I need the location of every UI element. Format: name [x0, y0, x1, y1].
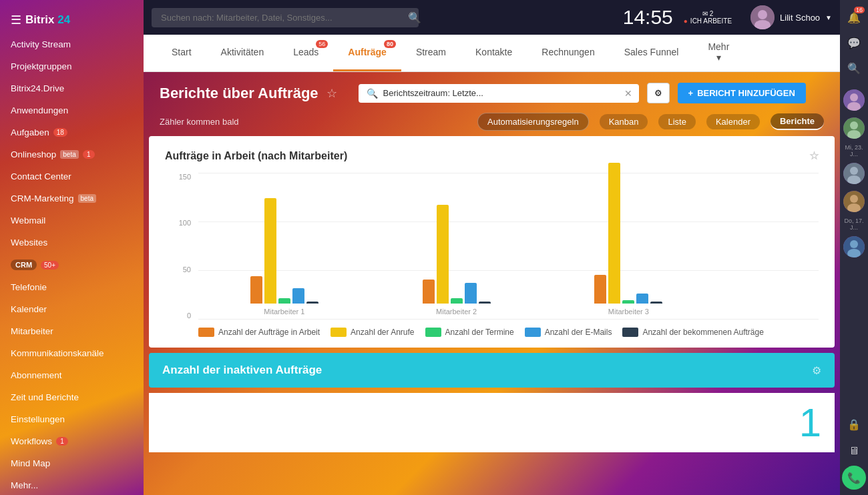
sidebar-item-crm[interactable]: CRM 50+: [0, 254, 144, 276]
sidebar-item-workflows[interactable]: Workflows 1: [0, 430, 144, 452]
sidebar-item-mindmap[interactable]: Mind Map: [0, 452, 144, 474]
avatar: [750, 5, 775, 29]
notifications-icon[interactable]: 🔔 16: [842, 5, 866, 29]
filter-close-icon[interactable]: ✕: [624, 88, 632, 99]
bar-navy-2: [479, 302, 491, 304]
sidebar-item-projektgruppen[interactable]: Projektgruppen: [0, 55, 144, 77]
tab-auftraege[interactable]: Aufträge 80: [333, 35, 401, 71]
tab-stream[interactable]: Stream: [401, 35, 461, 71]
sidebar-item-websites[interactable]: Websites: [0, 231, 144, 254]
tab-kontakte[interactable]: Kontakte: [461, 35, 527, 71]
chart-card: Aufträge in Arbeit (nach Mitarbeiter) ☆ …: [149, 136, 835, 348]
logo-bitrix: Bitrix 24: [25, 13, 70, 27]
tab-leads[interactable]: Leads 56: [278, 35, 333, 71]
sidebar-item-telefonie[interactable]: Telefonie: [0, 276, 144, 298]
sidebar-item-label: Mitarbeiter: [11, 326, 53, 336]
auto-rules-button[interactable]: Automatisierungsregeln: [477, 113, 589, 131]
chart-title: Aufträge in Arbeit (nach Mitarbeiter) ☆: [165, 149, 819, 162]
sidebar-item-label: Kommunikationskanäle: [11, 348, 104, 358]
sidebar-item-contact-center[interactable]: Contact Center: [0, 165, 144, 187]
sidebar-item-zeit[interactable]: Zeit und Berichte: [0, 386, 144, 408]
sidebar-item-label: Projektgruppen: [11, 61, 72, 71]
search-icon[interactable]: 🔍: [408, 11, 421, 24]
svg-point-1: [758, 10, 767, 19]
bar-blue-2: [465, 283, 477, 304]
sidebar-item-aufgaben[interactable]: Aufgaben 18: [0, 121, 144, 143]
user-avatar-1[interactable]: [843, 89, 865, 111]
view-toolbar: Zähler kommen bald Automatisierungsregel…: [144, 110, 840, 136]
filter-tag[interactable]: 🔍 Berichtszeitraum: Letzte... ✕: [359, 84, 639, 103]
sidebar-item-kommunikation[interactable]: Kommunikationskanäle: [0, 342, 144, 364]
bar-green-1: [278, 298, 290, 304]
y-label-150: 150: [165, 173, 195, 181]
tab-rechnungen[interactable]: Rechnungen: [527, 35, 609, 71]
tab-mehr[interactable]: Mehr ▾: [693, 35, 744, 71]
employee-group-3: Mitarbeiter 3: [594, 173, 662, 320]
legend-item-navy: Anzahl der bekommenen Aufträge: [622, 328, 763, 337]
workflows-badge: 1: [56, 437, 68, 446]
chat-icon[interactable]: 💬: [842, 31, 866, 55]
view-liste-button[interactable]: Liste: [658, 114, 695, 129]
user-area[interactable]: Lilit Schoo ▼: [750, 5, 832, 29]
svg-point-4: [850, 93, 858, 101]
filter-search-icon: 🔍: [367, 88, 378, 99]
view-kalender-button[interactable]: Kalender: [706, 114, 760, 129]
sidebar-item-mehr[interactable]: Mehr...: [0, 474, 144, 495]
tab-sales-funnel[interactable]: Sales Funnel: [610, 35, 694, 71]
chart-star-icon[interactable]: ☆: [809, 149, 819, 162]
bar-yellow-2: [437, 205, 449, 304]
sidebar-item-einstellungen[interactable]: Einstellungen: [0, 408, 144, 430]
sidebar-item-label: Workflows: [11, 436, 52, 446]
sidebar-item-abonnement[interactable]: Abonnement: [0, 364, 144, 386]
employee-group-1: Mitarbeiter 1: [250, 173, 318, 320]
sidebar-item-anwendungen[interactable]: Anwendungen: [0, 99, 144, 121]
crm-badge: 50+: [41, 261, 59, 270]
user-avatar-4[interactable]: [843, 191, 865, 212]
bottom-card-gear-icon[interactable]: ⚙: [812, 364, 821, 377]
sidebar-item-onlineshop[interactable]: Onlineshop beta 1: [0, 143, 144, 165]
user-avatar-5[interactable]: [843, 236, 865, 258]
search-input[interactable]: [152, 8, 419, 27]
phone-icon[interactable]: 📞: [842, 466, 866, 490]
favorite-star-icon[interactable]: ☆: [327, 86, 337, 101]
sidebar-item-label: Telefonie: [11, 282, 47, 292]
dropdown-arrow-icon[interactable]: ▼: [825, 14, 832, 21]
legend-item-yellow: Anzahl der Anrufe: [331, 328, 414, 337]
sidebar-item-label: Anwendungen: [11, 105, 68, 115]
sidebar-item-crm-marketing[interactable]: CRM-Marketing beta: [0, 187, 144, 209]
view-kanban-button[interactable]: Kanban: [600, 114, 648, 129]
global-search-icon[interactable]: 🔍: [842, 56, 866, 80]
hamburger-icon[interactable]: ☰: [11, 13, 21, 27]
sidebar-item-webmail[interactable]: Webmail: [0, 209, 144, 231]
user-avatar-2[interactable]: [843, 117, 865, 139]
bottom-card-title: Anzahl der inaktiven Aufträge: [162, 364, 322, 377]
bottom-card-body: 1: [149, 393, 835, 452]
user-avatar-3[interactable]: [843, 163, 865, 184]
sidebar-item-mitarbeiter[interactable]: Mitarbeiter: [0, 320, 144, 342]
legend-item-green: Anzahl der Termine: [425, 328, 514, 337]
sidebar-item-activity-stream[interactable]: Activity Stream: [0, 33, 144, 55]
view-berichte-button[interactable]: Berichte: [771, 113, 824, 130]
time-display: 14:55: [623, 6, 673, 29]
notif-badge: 16: [854, 7, 865, 13]
y-axis: 0 50 100 150: [165, 173, 195, 320]
sidebar-item-label: Bitrix24.Drive: [11, 83, 64, 93]
tab-aktivitaeten[interactable]: Aktivitäten: [206, 35, 279, 71]
sidebar-item-label: Webmail: [11, 215, 45, 225]
chart-legend: Anzahl der Aufträge in Arbeit Anzahl der…: [165, 328, 819, 337]
bar-orange-3: [594, 275, 606, 304]
right-panel: 🔔 16 💬 🔍 Mi, 23. J... Do, 17. J... 🔒 🖥 📞: [840, 0, 868, 495]
sidebar-item-kalender[interactable]: Kalender: [0, 298, 144, 320]
y-label-50: 50: [165, 266, 195, 274]
monitor-icon[interactable]: 🖥: [842, 439, 866, 463]
sidebar-item-drive[interactable]: Bitrix24.Drive: [0, 77, 144, 99]
beta-tag2: beta: [78, 194, 96, 203]
sidebar-logo[interactable]: ☰ Bitrix 24: [0, 7, 144, 33]
settings-button[interactable]: ⚙: [647, 83, 670, 103]
bar-navy-3: [650, 302, 662, 304]
tab-start[interactable]: Start: [157, 35, 206, 71]
date-label-1: Mi, 23. J...: [840, 143, 868, 159]
bar-chart-area: 0 50 100 150: [165, 173, 819, 320]
add-report-button[interactable]: + BERICHT HINZUFÜGEN: [678, 83, 806, 103]
lock-icon[interactable]: 🔒: [842, 412, 866, 436]
